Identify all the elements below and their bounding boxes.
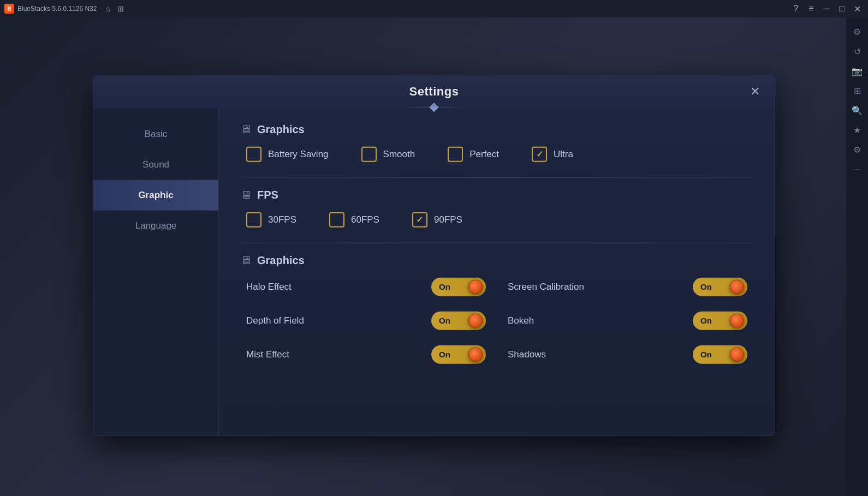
smooth-option[interactable]: Smooth [361,146,415,162]
screen-calibration-value: On [700,282,712,291]
sidebar-layers-icon[interactable]: ⊞ [849,83,865,98]
window-controls: ? ≡ ─ □ ✕ [789,2,864,15]
30fps-label: 30FPS [268,214,296,225]
sidebar-gear-icon[interactable]: ⚙ [849,142,865,157]
depth-of-field-value: On [439,316,450,325]
monitor-icon: 🖥 [241,123,252,135]
mist-effect-label: Mist Effect [246,349,289,360]
fps-header: 🖥 FPS [241,188,753,201]
mist-effect-value: On [439,350,450,359]
90fps-label: 90FPS [434,214,462,225]
title-bar: B BlueStacks 5.6.0.1126 N32 ⌂ ⊞ ? ≡ ─ □ … [0,0,868,17]
maximize-button[interactable]: □ [835,2,848,15]
help-button[interactable]: ? [789,2,802,15]
divider-1 [241,177,753,177]
halo-effect-label: Halo Effect [246,281,292,292]
graphics-quality-title: Graphics [257,123,305,135]
effects-icon: 🖥 [241,254,252,266]
fps-icon: 🖥 [241,188,252,201]
sidebar-refresh-icon[interactable]: ↺ [849,44,865,59]
screen-calibration-row: Screen Calibration On [508,277,747,296]
ultra-option[interactable]: Ultra [532,146,573,162]
nav-item-basic[interactable]: Basic [93,118,218,149]
sidebar-more-icon[interactable]: ⋯ [849,162,865,177]
shadows-label: Shadows [508,349,546,360]
multiinstance-icon[interactable]: ⊞ [116,4,125,13]
bokeh-value: On [700,316,712,325]
graphics-options-row: Battery Saving Smooth Perfect Ultra [241,146,753,162]
fps-title: FPS [257,188,278,201]
modal-title: Settings [409,84,459,98]
toggles-grid: Halo Effect On Screen Calibration On [241,277,753,363]
halo-effect-knob [468,279,483,294]
ultra-checkbox[interactable] [532,146,547,162]
depth-of-field-label: Depth of Field [246,315,304,326]
battery-saving-option[interactable]: Battery Saving [246,146,329,162]
smooth-checkbox[interactable] [361,146,377,162]
divider-2 [241,242,753,243]
screen-calibration-knob [730,279,744,294]
menu-button[interactable]: ≡ [805,2,818,15]
right-sidebar: ⚙ ↺ 📷 ⊞ 🔍 ★ ⚙ ⋯ [846,17,868,496]
shadows-knob [730,347,744,361]
shadows-row: Shadows On [508,345,747,363]
fps-section: 🖥 FPS 30FPS 60FPS [241,188,753,227]
nav-item-graphic[interactable]: Graphic [93,180,218,210]
60fps-option[interactable]: 60FPS [329,212,379,227]
90fps-option[interactable]: 90FPS [412,212,462,227]
30fps-option[interactable]: 30FPS [246,212,296,227]
halo-effect-value: On [439,282,450,291]
home-icon[interactable]: ⌂ [103,4,112,13]
60fps-label: 60FPS [351,214,379,225]
graphics-effects-title: Graphics [257,254,305,266]
sidebar-settings-icon[interactable]: ⚙ [849,24,865,39]
halo-effect-row: Halo Effect On [246,277,486,296]
screen-calibration-label: Screen Calibration [508,281,584,292]
perfect-option[interactable]: Perfect [448,146,499,162]
bokeh-label: Bokeh [508,315,534,326]
shadows-value: On [700,350,712,359]
sidebar-search-icon[interactable]: 🔍 [849,103,865,118]
graphics-effects-header: 🖥 Graphics [241,254,753,266]
bokeh-toggle[interactable]: On [693,311,747,330]
60fps-checkbox[interactable] [329,212,344,227]
fps-options-row: 30FPS 60FPS 90FPS [241,212,753,227]
diamond-icon [430,103,439,112]
nav-item-language[interactable]: Language [93,210,218,241]
mist-effect-knob [468,347,483,361]
depth-of-field-knob [468,313,483,327]
title-decoration [407,103,461,111]
mist-effect-toggle[interactable]: On [431,345,486,363]
decoration-line-right [437,107,461,107]
close-button[interactable]: ✕ [851,2,864,15]
settings-content: 🖥 Graphics Battery Saving Smooth [219,107,775,435]
modal-body: Basic Sound Graphic Language 🖥 Graphics [93,107,775,435]
smooth-label: Smooth [383,148,415,159]
nav-item-sound[interactable]: Sound [93,149,218,180]
graphics-effects-section: 🖥 Graphics Halo Effect On Screen [241,254,753,363]
30fps-checkbox[interactable] [246,212,261,227]
perfect-label: Perfect [469,148,499,159]
minimize-button[interactable]: ─ [820,2,833,15]
title-bar-icons: ⌂ ⊞ [103,4,125,13]
bokeh-row: Bokeh On [508,311,747,330]
sidebar-camera-icon[interactable]: 📷 [849,63,865,79]
depth-of-field-toggle[interactable]: On [431,311,486,330]
graphics-quality-section: 🖥 Graphics Battery Saving Smooth [241,123,753,162]
battery-saving-label: Battery Saving [268,148,329,159]
shadows-toggle[interactable]: On [693,345,747,363]
modal-close-button[interactable]: ✕ [746,82,764,100]
90fps-checkbox[interactable] [412,212,427,227]
screen-calibration-toggle[interactable]: On [693,277,747,296]
battery-saving-checkbox[interactable] [246,146,261,162]
ultra-label: Ultra [554,148,573,159]
mist-effect-row: Mist Effect On [246,345,486,363]
halo-effect-toggle[interactable]: On [431,277,486,296]
settings-nav: Basic Sound Graphic Language [93,107,219,435]
graphics-quality-header: 🖥 Graphics [241,123,753,135]
perfect-checkbox[interactable] [448,146,463,162]
depth-of-field-row: Depth of Field On [246,311,486,330]
modal-header: Settings ✕ [93,75,775,107]
sidebar-star-icon[interactable]: ★ [849,122,865,138]
modal-container: Settings ✕ Basic Sound Graphic Language [93,75,775,435]
